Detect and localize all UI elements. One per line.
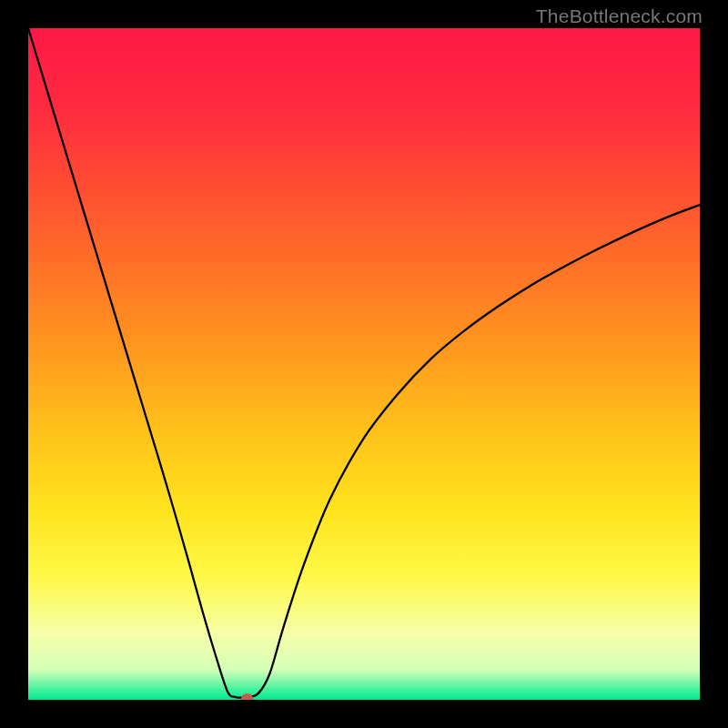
plot-area	[28, 28, 700, 700]
chart-svg	[28, 28, 700, 700]
chart-frame: TheBottleneck.com	[0, 0, 728, 728]
watermark-text: TheBottleneck.com	[536, 5, 703, 27]
